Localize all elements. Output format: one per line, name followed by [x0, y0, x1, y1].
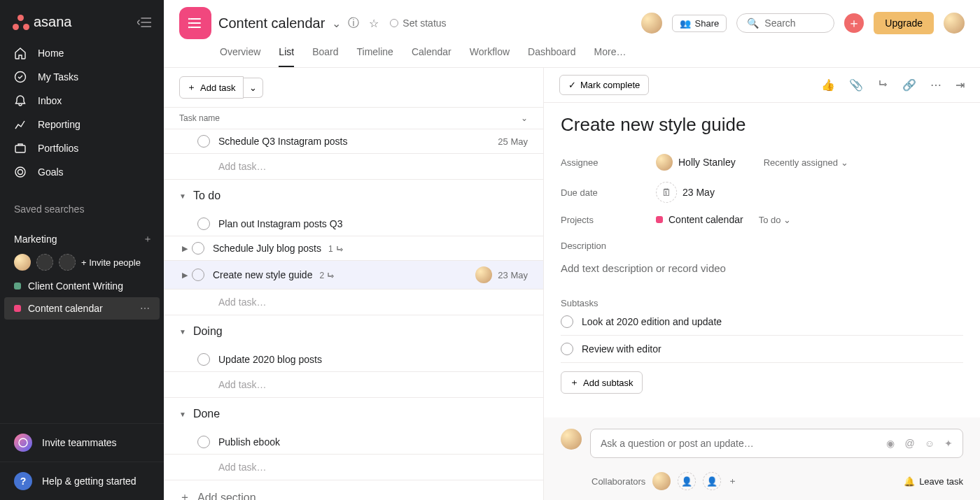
- project-section-dropdown[interactable]: To do ⌄: [759, 215, 792, 225]
- task-row-selected[interactable]: ▶ Create new style guide2 23 May: [164, 261, 543, 290]
- project-icon[interactable]: [179, 7, 211, 39]
- complete-checkbox[interactable]: [192, 269, 204, 281]
- add-collaborator-plus[interactable]: ＋: [728, 475, 737, 487]
- task-row[interactable]: Plan out Instagram posts Q3: [164, 212, 543, 236]
- task-row[interactable]: ▶ Schedule July blog posts1: [164, 236, 543, 261]
- leave-task-button[interactable]: 🔔Leave task: [904, 476, 963, 487]
- tab-overview[interactable]: Overview: [220, 41, 260, 67]
- add-section-button[interactable]: ＋Add section: [164, 480, 543, 500]
- project-menu-icon[interactable]: ⋯: [140, 303, 150, 314]
- collapse-sidebar-icon[interactable]: [137, 17, 151, 27]
- team-header[interactable]: Marketing ＋: [0, 220, 164, 250]
- assignee-avatar[interactable]: [475, 266, 492, 283]
- share-button[interactable]: 👥Share: [672, 15, 727, 32]
- saved-searches-label[interactable]: Saved searches: [0, 187, 164, 220]
- due-date-value[interactable]: 🗓23 May: [656, 182, 715, 203]
- add-task-dropdown[interactable]: ⌄: [244, 78, 263, 98]
- nav-home[interactable]: Home: [0, 41, 164, 65]
- subtask-row[interactable]: Look at 2020 edition and update: [561, 308, 963, 336]
- subtask-row[interactable]: Review with editor: [561, 336, 963, 363]
- section-header-done[interactable]: ▼Done: [164, 398, 543, 430]
- column-menu-icon[interactable]: ⌄: [521, 113, 528, 123]
- project-value[interactable]: Content calendar: [656, 214, 743, 225]
- nav-portfolios[interactable]: Portfolios: [0, 136, 164, 160]
- help-getting-started[interactable]: ? Help & getting started: [0, 462, 164, 500]
- member-avatar-empty[interactable]: [59, 254, 76, 271]
- invite-people-link[interactable]: + Invite people: [81, 257, 141, 268]
- recently-assigned-dropdown[interactable]: Recently assigned ⌄: [764, 157, 848, 168]
- tab-dashboard[interactable]: Dashboard: [528, 41, 576, 67]
- search-input[interactable]: 🔍Search: [736, 13, 834, 33]
- link-icon[interactable]: 🔗: [902, 78, 916, 92]
- info-icon[interactable]: ⓘ: [348, 16, 359, 31]
- upgrade-button[interactable]: Upgrade: [874, 12, 934, 34]
- set-status[interactable]: Set status: [390, 17, 446, 29]
- invite-teammates[interactable]: Invite teammates: [0, 423, 164, 462]
- mention-icon[interactable]: @: [904, 438, 914, 449]
- nav-my-tasks[interactable]: My Tasks: [0, 65, 164, 89]
- project-title[interactable]: Content calendar: [218, 15, 325, 31]
- subtask-icon[interactable]: [877, 78, 888, 92]
- close-pane-icon[interactable]: ⇥: [955, 78, 965, 92]
- assignee-value[interactable]: Holly Stanley: [656, 154, 736, 171]
- collaborator-avatar[interactable]: [652, 472, 671, 490]
- collapse-icon[interactable]: ▼: [179, 410, 186, 418]
- like-icon[interactable]: 👍: [821, 78, 835, 92]
- complete-checkbox[interactable]: [561, 343, 573, 355]
- column-header-task-name[interactable]: Task name: [179, 113, 220, 123]
- expand-icon[interactable]: ▶: [182, 271, 188, 280]
- attachment-icon[interactable]: 📎: [849, 78, 863, 92]
- chevron-down-icon[interactable]: ⌄: [332, 17, 341, 30]
- add-task-inline[interactable]: Add task…: [164, 290, 543, 315]
- tab-calendar[interactable]: Calendar: [412, 41, 451, 67]
- more-icon[interactable]: ⋯: [930, 78, 941, 92]
- add-task-button[interactable]: ＋Add task: [179, 76, 244, 99]
- record-icon[interactable]: ◉: [886, 438, 895, 449]
- nav-inbox[interactable]: Inbox: [0, 89, 164, 113]
- complete-checkbox[interactable]: [197, 436, 210, 448]
- mark-complete-button[interactable]: ✓Mark complete: [559, 75, 649, 95]
- logo[interactable]: asana: [13, 14, 72, 30]
- complete-checkbox[interactable]: [197, 353, 210, 366]
- user-avatar[interactable]: [944, 13, 965, 34]
- task-title[interactable]: Create new style guide: [561, 114, 963, 136]
- project-item-content-calendar[interactable]: Content calendar ⋯: [4, 297, 160, 320]
- task-date: 25 May: [498, 136, 528, 147]
- task-row[interactable]: Publish ebook: [164, 430, 543, 455]
- tab-workflow[interactable]: Workflow: [470, 41, 510, 67]
- section-header-to-do[interactable]: ▼To do: [164, 180, 543, 212]
- star-icon[interactable]: ✦: [944, 438, 953, 449]
- add-subtask-button[interactable]: ＋Add subtask: [561, 371, 643, 394]
- complete-checkbox[interactable]: [561, 315, 573, 328]
- complete-checkbox[interactable]: [192, 242, 204, 255]
- quick-add-button[interactable]: ＋: [844, 13, 864, 33]
- add-project-icon[interactable]: ＋: [143, 233, 153, 245]
- member-avatar[interactable]: [641, 13, 662, 34]
- add-collaborator[interactable]: 👤: [678, 472, 696, 490]
- tab-list[interactable]: List: [279, 41, 294, 67]
- add-task-inline[interactable]: Add task…: [164, 455, 543, 480]
- tab-timeline[interactable]: Timeline: [357, 41, 393, 67]
- emoji-icon[interactable]: ☺: [925, 438, 934, 449]
- tab-board[interactable]: Board: [312, 41, 338, 67]
- section-header-doing[interactable]: ▼Doing: [164, 315, 543, 348]
- add-task-inline[interactable]: Add task…: [164, 372, 543, 398]
- add-task-inline[interactable]: Add task…: [164, 154, 543, 180]
- expand-icon[interactable]: ▶: [182, 244, 188, 253]
- tab-more[interactable]: More…: [594, 41, 626, 67]
- star-icon[interactable]: ☆: [369, 17, 379, 30]
- comment-input[interactable]: Ask a question or post an update… ◉ @ ☺ …: [590, 429, 963, 458]
- add-collaborator[interactable]: 👤: [703, 472, 721, 490]
- description-field[interactable]: Add text description or record video: [561, 262, 963, 274]
- task-row[interactable]: Schedule Q3 Instagram posts 25 May: [164, 129, 543, 154]
- member-avatar-empty[interactable]: [36, 254, 53, 271]
- collapse-icon[interactable]: ▼: [179, 328, 186, 336]
- nav-reporting[interactable]: Reporting: [0, 113, 164, 136]
- member-avatar[interactable]: [14, 254, 31, 271]
- collapse-icon[interactable]: ▼: [179, 192, 186, 200]
- complete-checkbox[interactable]: [197, 135, 210, 148]
- project-item-client-content-writing[interactable]: Client Content Writing: [0, 275, 164, 297]
- complete-checkbox[interactable]: [197, 217, 210, 230]
- task-row[interactable]: Update 2020 blog posts: [164, 348, 543, 372]
- nav-goals[interactable]: Goals: [0, 160, 164, 184]
